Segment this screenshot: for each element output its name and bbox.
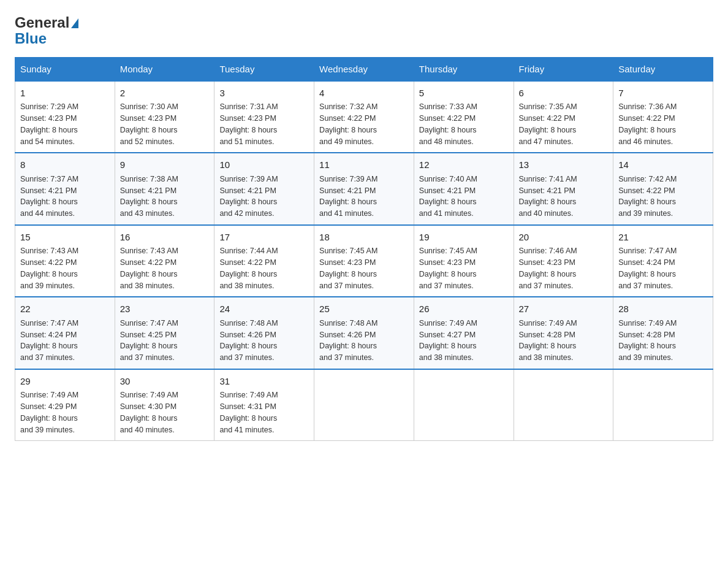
weekday-header-monday: Monday xyxy=(115,57,214,81)
day-number: 21 xyxy=(618,231,708,245)
day-info: Sunrise: 7:35 AMSunset: 4:22 PMDaylight:… xyxy=(519,101,609,147)
calendar-cell xyxy=(314,369,414,441)
day-info: Sunrise: 7:37 AMSunset: 4:21 PMDaylight:… xyxy=(20,174,110,220)
calendar-cell: 19Sunrise: 7:45 AMSunset: 4:23 PMDayligh… xyxy=(414,225,514,297)
day-info: Sunrise: 7:49 AMSunset: 4:29 PMDaylight:… xyxy=(20,389,110,435)
calendar-cell: 12Sunrise: 7:40 AMSunset: 4:21 PMDayligh… xyxy=(414,153,514,225)
day-info: Sunrise: 7:33 AMSunset: 4:22 PMDaylight:… xyxy=(419,101,509,147)
day-info: Sunrise: 7:43 AMSunset: 4:22 PMDaylight:… xyxy=(20,245,110,291)
day-info: Sunrise: 7:49 AMSunset: 4:28 PMDaylight:… xyxy=(618,318,708,364)
calendar-cell: 15Sunrise: 7:43 AMSunset: 4:22 PMDayligh… xyxy=(15,225,115,297)
day-number: 8 xyxy=(20,158,110,172)
weekday-header-thursday: Thursday xyxy=(414,57,514,81)
day-number: 6 xyxy=(519,86,609,101)
day-number: 23 xyxy=(120,302,210,316)
calendar-cell: 1Sunrise: 7:29 AMSunset: 4:23 PMDaylight… xyxy=(15,81,115,153)
calendar-cell: 2Sunrise: 7:30 AMSunset: 4:23 PMDaylight… xyxy=(115,81,214,153)
day-number: 17 xyxy=(219,231,309,245)
day-number: 9 xyxy=(120,158,210,172)
day-info: Sunrise: 7:41 AMSunset: 4:21 PMDaylight:… xyxy=(519,174,609,220)
week-row-4: 22Sunrise: 7:47 AMSunset: 4:24 PMDayligh… xyxy=(15,297,713,369)
calendar-cell: 8Sunrise: 7:37 AMSunset: 4:21 PMDaylight… xyxy=(15,153,115,225)
day-number: 22 xyxy=(20,302,110,316)
week-row-5: 29Sunrise: 7:49 AMSunset: 4:29 PMDayligh… xyxy=(15,369,713,441)
weekday-header-tuesday: Tuesday xyxy=(214,57,314,81)
weekday-header-friday: Friday xyxy=(514,57,613,81)
calendar-cell: 7Sunrise: 7:36 AMSunset: 4:22 PMDaylight… xyxy=(613,81,713,153)
logo: General Blue xyxy=(15,15,78,47)
day-number: 30 xyxy=(120,375,210,389)
day-info: Sunrise: 7:49 AMSunset: 4:31 PMDaylight:… xyxy=(219,389,309,435)
day-number: 24 xyxy=(219,302,309,316)
calendar-cell: 31Sunrise: 7:49 AMSunset: 4:31 PMDayligh… xyxy=(214,369,314,441)
calendar-cell: 6Sunrise: 7:35 AMSunset: 4:22 PMDaylight… xyxy=(514,81,613,153)
logo-triangle-icon xyxy=(71,18,78,28)
day-number: 25 xyxy=(319,302,409,316)
day-number: 20 xyxy=(519,231,609,245)
calendar-table: SundayMondayTuesdayWednesdayThursdayFrid… xyxy=(15,57,713,442)
logo-blue: Blue xyxy=(15,31,47,47)
week-row-2: 8Sunrise: 7:37 AMSunset: 4:21 PMDaylight… xyxy=(15,153,713,225)
day-number: 29 xyxy=(20,375,110,389)
calendar-cell: 10Sunrise: 7:39 AMSunset: 4:21 PMDayligh… xyxy=(214,153,314,225)
calendar-cell xyxy=(613,369,713,441)
day-number: 13 xyxy=(519,158,609,172)
calendar-cell: 21Sunrise: 7:47 AMSunset: 4:24 PMDayligh… xyxy=(613,225,713,297)
calendar-cell: 23Sunrise: 7:47 AMSunset: 4:25 PMDayligh… xyxy=(115,297,214,369)
calendar-cell xyxy=(414,369,514,441)
calendar-cell: 13Sunrise: 7:41 AMSunset: 4:21 PMDayligh… xyxy=(514,153,613,225)
day-info: Sunrise: 7:44 AMSunset: 4:22 PMDaylight:… xyxy=(219,245,309,291)
day-info: Sunrise: 7:48 AMSunset: 4:26 PMDaylight:… xyxy=(319,318,409,364)
day-info: Sunrise: 7:40 AMSunset: 4:21 PMDaylight:… xyxy=(419,174,509,220)
day-info: Sunrise: 7:43 AMSunset: 4:22 PMDaylight:… xyxy=(120,245,210,291)
day-number: 10 xyxy=(219,158,309,172)
calendar-cell: 30Sunrise: 7:49 AMSunset: 4:30 PMDayligh… xyxy=(115,369,214,441)
day-number: 26 xyxy=(419,302,509,316)
day-info: Sunrise: 7:31 AMSunset: 4:23 PMDaylight:… xyxy=(219,101,309,147)
day-number: 14 xyxy=(618,158,708,172)
calendar-cell: 22Sunrise: 7:47 AMSunset: 4:24 PMDayligh… xyxy=(15,297,115,369)
calendar-cell: 26Sunrise: 7:49 AMSunset: 4:27 PMDayligh… xyxy=(414,297,514,369)
calendar-cell: 27Sunrise: 7:49 AMSunset: 4:28 PMDayligh… xyxy=(514,297,613,369)
calendar-cell: 20Sunrise: 7:46 AMSunset: 4:23 PMDayligh… xyxy=(514,225,613,297)
day-info: Sunrise: 7:32 AMSunset: 4:22 PMDaylight:… xyxy=(319,101,409,147)
day-number: 5 xyxy=(419,86,509,101)
day-info: Sunrise: 7:38 AMSunset: 4:21 PMDaylight:… xyxy=(120,174,210,220)
day-info: Sunrise: 7:30 AMSunset: 4:23 PMDaylight:… xyxy=(120,101,210,147)
day-number: 19 xyxy=(419,231,509,245)
day-info: Sunrise: 7:46 AMSunset: 4:23 PMDaylight:… xyxy=(519,245,609,291)
calendar-cell: 5Sunrise: 7:33 AMSunset: 4:22 PMDaylight… xyxy=(414,81,514,153)
weekday-header-row: SundayMondayTuesdayWednesdayThursdayFrid… xyxy=(15,57,713,81)
calendar-cell: 9Sunrise: 7:38 AMSunset: 4:21 PMDaylight… xyxy=(115,153,214,225)
day-info: Sunrise: 7:49 AMSunset: 4:28 PMDaylight:… xyxy=(519,318,609,364)
calendar-body: 1Sunrise: 7:29 AMSunset: 4:23 PMDaylight… xyxy=(15,81,713,441)
calendar-header: SundayMondayTuesdayWednesdayThursdayFrid… xyxy=(15,57,713,81)
header: General Blue xyxy=(15,15,713,47)
day-info: Sunrise: 7:47 AMSunset: 4:24 PMDaylight:… xyxy=(20,318,110,364)
day-number: 18 xyxy=(319,231,409,245)
day-info: Sunrise: 7:47 AMSunset: 4:25 PMDaylight:… xyxy=(120,318,210,364)
calendar-cell: 24Sunrise: 7:48 AMSunset: 4:26 PMDayligh… xyxy=(214,297,314,369)
day-number: 15 xyxy=(20,231,110,245)
day-number: 11 xyxy=(319,158,409,172)
day-number: 2 xyxy=(120,86,210,101)
day-number: 1 xyxy=(20,86,110,101)
day-info: Sunrise: 7:36 AMSunset: 4:22 PMDaylight:… xyxy=(618,101,708,147)
day-info: Sunrise: 7:39 AMSunset: 4:21 PMDaylight:… xyxy=(319,174,409,220)
calendar-cell: 3Sunrise: 7:31 AMSunset: 4:23 PMDaylight… xyxy=(214,81,314,153)
calendar-cell: 4Sunrise: 7:32 AMSunset: 4:22 PMDaylight… xyxy=(314,81,414,153)
calendar-cell xyxy=(514,369,613,441)
day-info: Sunrise: 7:42 AMSunset: 4:22 PMDaylight:… xyxy=(618,174,708,220)
calendar-cell: 17Sunrise: 7:44 AMSunset: 4:22 PMDayligh… xyxy=(214,225,314,297)
calendar-cell: 28Sunrise: 7:49 AMSunset: 4:28 PMDayligh… xyxy=(613,297,713,369)
day-info: Sunrise: 7:48 AMSunset: 4:26 PMDaylight:… xyxy=(219,318,309,364)
day-number: 16 xyxy=(120,231,210,245)
day-info: Sunrise: 7:29 AMSunset: 4:23 PMDaylight:… xyxy=(20,101,110,147)
weekday-header-saturday: Saturday xyxy=(613,57,713,81)
day-info: Sunrise: 7:49 AMSunset: 4:30 PMDaylight:… xyxy=(120,389,210,435)
day-number: 7 xyxy=(618,86,708,101)
calendar-cell: 25Sunrise: 7:48 AMSunset: 4:26 PMDayligh… xyxy=(314,297,414,369)
day-info: Sunrise: 7:49 AMSunset: 4:27 PMDaylight:… xyxy=(419,318,509,364)
week-row-3: 15Sunrise: 7:43 AMSunset: 4:22 PMDayligh… xyxy=(15,225,713,297)
calendar-cell: 29Sunrise: 7:49 AMSunset: 4:29 PMDayligh… xyxy=(15,369,115,441)
